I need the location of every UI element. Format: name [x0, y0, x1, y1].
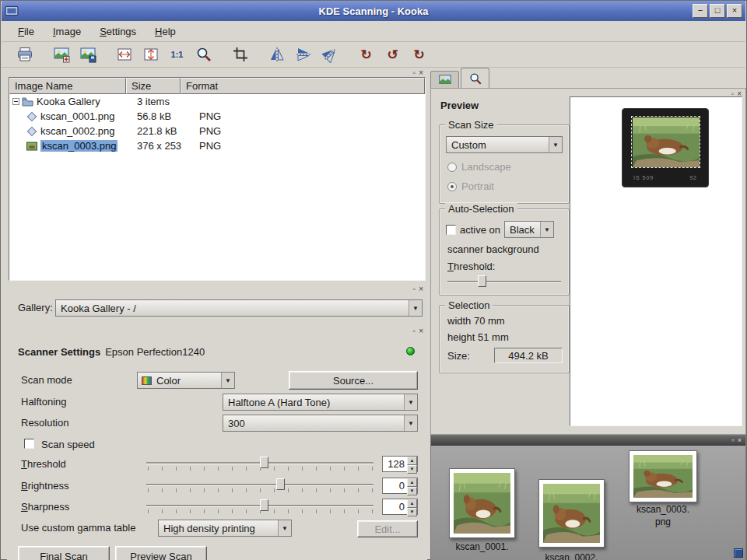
spin-down-icon[interactable]: ▼	[407, 487, 417, 495]
import-image-icon[interactable]	[51, 44, 72, 65]
scan-size-combobox[interactable]: Custom ▼	[446, 136, 563, 153]
portrait-radio-row[interactable]: Portrait	[447, 180, 494, 192]
scanner-settings-title: Scanner Settings	[18, 346, 100, 358]
resolution-combobox[interactable]: 300 ▼	[223, 415, 418, 432]
gamma-table-combobox[interactable]: High density printing ▼	[158, 520, 292, 537]
save-image-icon[interactable]	[77, 44, 98, 65]
selection-marquee[interactable]	[631, 116, 700, 168]
chevron-down-icon[interactable]: ▼	[404, 394, 417, 410]
halftoning-combobox[interactable]: Halftone A (Hard Tone) ▼	[223, 394, 418, 411]
spin-up-icon[interactable]: ▲	[407, 478, 417, 487]
panel-float-icon[interactable]: ▫	[413, 69, 416, 77]
thumbnail-caption: kscan_0001.	[449, 541, 515, 552]
brightness-slider-handle[interactable]	[276, 478, 285, 490]
scan-size-group: Scan Size Custom ▼ Landscape Portrait	[439, 124, 570, 204]
column-header-size[interactable]: Size	[126, 78, 181, 94]
scan-mode-combobox[interactable]: Color ▼	[137, 372, 235, 389]
rotate-180-icon[interactable]: ↻	[356, 44, 377, 65]
brightness-spinbox[interactable]: 0 ▲▼	[382, 478, 418, 494]
menu-help[interactable]: Help	[146, 23, 184, 40]
file-format: PNG	[199, 140, 221, 152]
thumbnail-kscan-0003[interactable]	[629, 450, 697, 502]
chevron-down-icon[interactable]: ▼	[404, 415, 417, 431]
edit-gamma-button[interactable]: Edit...	[357, 520, 418, 537]
panel-float-icon[interactable]: ▫	[413, 327, 416, 335]
panel-close-icon[interactable]: ×	[738, 437, 742, 444]
scanned-slide[interactable]: IS 509 92	[622, 108, 709, 187]
spin-down-icon[interactable]: ▼	[407, 465, 417, 474]
column-header-format[interactable]: Format	[181, 78, 425, 94]
column-header-image-name[interactable]: Image Name	[9, 78, 126, 94]
menu-file[interactable]: File	[9, 23, 43, 40]
spin-down-icon[interactable]: ▼	[407, 508, 417, 516]
gallery-combobox[interactable]: Kooka Gallery - / ▼	[55, 299, 423, 317]
threshold-spinbox[interactable]: 128 ▲▼	[382, 456, 418, 472]
tab-scan-preview[interactable]	[461, 68, 489, 88]
spin-up-icon[interactable]: ▲	[407, 457, 417, 465]
source-button[interactable]: Source...	[289, 371, 418, 390]
rotate-ccw-icon[interactable]: ↺	[382, 44, 403, 65]
panel-close-icon[interactable]: ×	[419, 285, 423, 293]
panel-close-icon[interactable]: ×	[737, 90, 742, 98]
branch-expander-icon[interactable]	[12, 98, 19, 105]
background-color-combobox[interactable]: Black ▼	[504, 221, 554, 238]
scale-to-width-icon[interactable]	[114, 44, 135, 65]
final-scan-button[interactable]: Final Scan	[18, 546, 110, 560]
auto-threshold-slider-handle[interactable]	[478, 275, 486, 287]
chevron-down-icon[interactable]: ▼	[409, 300, 422, 316]
preview-scan-button[interactable]: Preview Scan	[115, 546, 207, 560]
scroll-indicator[interactable]	[734, 548, 743, 558]
landscape-radio-row[interactable]: Landscape	[447, 161, 511, 173]
selection-legend: Selection	[445, 299, 493, 311]
preview-viewport[interactable]: IS 509 92	[570, 96, 742, 426]
chevron-down-icon[interactable]: ▼	[549, 137, 562, 152]
close-button[interactable]: ×	[727, 4, 742, 18]
threshold-slider[interactable]	[145, 456, 375, 471]
zoom-icon[interactable]	[193, 44, 214, 65]
list-item-kscan-0002[interactable]: kscan_0002.png 221.8 kB PNG	[9, 124, 425, 138]
panel-close-icon[interactable]: ×	[419, 69, 423, 77]
portrait-radio[interactable]	[447, 182, 457, 191]
landscape-radio[interactable]	[447, 163, 457, 172]
print-icon[interactable]	[14, 44, 35, 65]
image-file-icon	[26, 126, 37, 137]
chevron-down-icon[interactable]: ▼	[221, 373, 234, 388]
gallery-name: Kooka Gallery	[37, 96, 100, 107]
active-on-checkbox[interactable]	[446, 225, 456, 235]
maximize-button[interactable]: □	[710, 4, 725, 18]
panel-close-icon[interactable]: ×	[419, 327, 423, 335]
original-size-icon[interactable]: 1:1	[167, 44, 188, 65]
chevron-down-icon[interactable]: ▼	[278, 520, 291, 536]
spin-up-icon[interactable]: ▲	[407, 499, 417, 508]
mirror-horizontal-icon[interactable]	[293, 44, 314, 65]
mirror-both-icon[interactable]	[319, 44, 340, 65]
tree-row-gallery[interactable]: Kooka Gallery 3 items	[9, 94, 425, 109]
tab-gallery[interactable]	[430, 71, 459, 88]
scan-speed-checkbox[interactable]	[24, 439, 34, 449]
scanner-status-led	[406, 347, 415, 355]
sharpness-slider[interactable]	[145, 499, 375, 514]
thumbnail-kscan-0001[interactable]	[449, 468, 515, 538]
threshold-slider-handle[interactable]	[260, 457, 268, 468]
crop-icon[interactable]	[230, 44, 251, 65]
rotate-cw-icon[interactable]: ↻	[409, 44, 430, 65]
sharpness-spinbox[interactable]: 0 ▲▼	[382, 499, 418, 515]
scan-mode-label: Scan mode	[21, 374, 72, 386]
minimize-button[interactable]: −	[693, 4, 708, 18]
panel-float-icon[interactable]: ▫	[413, 285, 416, 293]
sharpness-slider-handle[interactable]	[260, 499, 268, 511]
panel-float-icon[interactable]: ▫	[732, 437, 735, 444]
brightness-slider[interactable]	[145, 478, 375, 493]
auto-threshold-slider[interactable]	[446, 275, 563, 290]
titlebar[interactable]: KDE Scanning - Kooka − □ ×	[2, 1, 745, 21]
list-item-kscan-0003-selected[interactable]: kscan_0003.png 376 x 253 PNG	[9, 138, 425, 153]
thumbnail-caption: kscan_0002.	[538, 552, 605, 560]
menu-settings[interactable]: Settings	[91, 23, 145, 40]
scale-to-height-icon[interactable]	[140, 44, 161, 65]
chevron-down-icon[interactable]: ▼	[540, 222, 553, 237]
mirror-vertical-icon[interactable]	[266, 44, 287, 65]
thumbnail-kscan-0002[interactable]	[538, 479, 605, 548]
list-item-kscan-0001[interactable]: kscan_0001.png 56.8 kB PNG	[9, 109, 425, 124]
panel-float-icon[interactable]: ▫	[731, 90, 735, 98]
menu-image[interactable]: Image	[44, 23, 89, 40]
